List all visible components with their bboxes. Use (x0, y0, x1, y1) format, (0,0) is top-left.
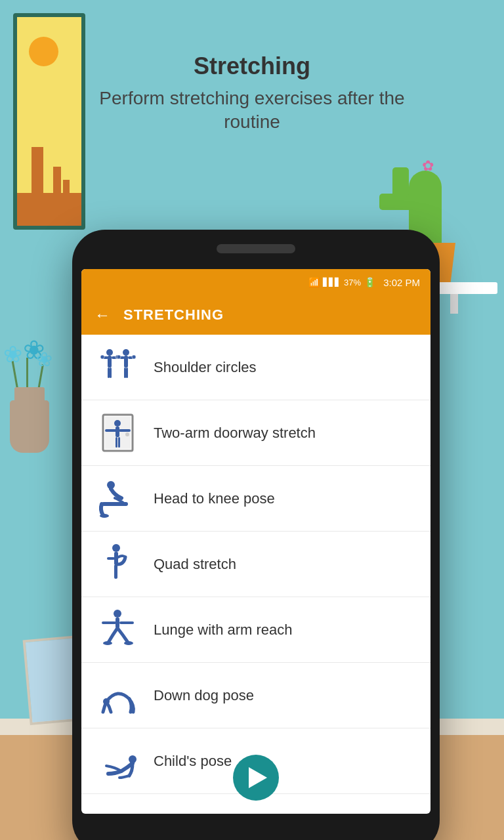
phone-body: 📶 ▋▋▋ 37% 🔋 3:02 PM ← STRETCHING (72, 230, 440, 840)
exercise-name: Head to knee pose (154, 490, 275, 507)
list-item[interactable]: Down dog pose (81, 663, 430, 728)
svg-point-28 (112, 544, 120, 552)
exercise-name: Shoulder circles (154, 359, 257, 376)
svg-point-27 (100, 514, 109, 518)
list-item[interactable]: Shoulder circles (81, 335, 430, 400)
status-time: 3:02 PM (383, 277, 420, 288)
svg-point-8 (123, 349, 129, 356)
battery-percent: 37% (344, 278, 361, 287)
exercise-icon-shoulder (94, 345, 140, 390)
svg-point-37 (124, 641, 133, 645)
exercise-name: Lunge with arm reach (154, 621, 293, 639)
app-screen-title: STRETCHING (123, 306, 224, 324)
exercise-icon-downdog (94, 673, 140, 719)
phone-speaker (217, 244, 295, 253)
svg-rect-34 (102, 621, 116, 624)
status-bar: 📶 ▋▋▋ 37% 🔋 3:02 PM (81, 269, 430, 295)
svg-rect-13 (126, 368, 128, 378)
list-item[interactable]: Two-arm doorway stretch (81, 400, 430, 466)
status-icons: 📶 ▋▋▋ 37% 🔋 (308, 277, 375, 287)
exercise-icon-quad (94, 541, 140, 587)
svg-point-32 (114, 610, 121, 618)
exercise-name: Quad stretch (154, 556, 236, 573)
phone-mockup: 📶 ▋▋▋ 37% 🔋 3:02 PM ← STRETCHING (72, 230, 440, 840)
list-item[interactable]: Quad stretch (81, 532, 430, 597)
svg-rect-30 (114, 564, 117, 579)
app-header: ← STRETCHING (81, 295, 430, 335)
back-button[interactable]: ← (94, 306, 110, 324)
exercise-list: Shoulder circles (81, 335, 430, 794)
svg-rect-21 (119, 429, 131, 432)
svg-rect-4 (108, 368, 110, 378)
svg-point-6 (100, 355, 104, 359)
header-section: Stretching Perform stretching exercises … (85, 52, 419, 135)
exercise-name: Child's pose (154, 753, 232, 770)
wifi-icon: 📶 (308, 277, 320, 287)
page-subtitle: Perform stretching exercises after the r… (85, 87, 419, 135)
wall-frame (13, 13, 85, 230)
svg-point-15 (132, 355, 136, 359)
svg-rect-20 (105, 429, 117, 432)
exercise-name: Down dog pose (154, 687, 254, 704)
exercise-icon-doorway (94, 410, 140, 456)
page-title: Stretching (85, 52, 419, 80)
phone-screen: 📶 ▋▋▋ 37% 🔋 3:02 PM ← STRETCHING (81, 269, 430, 814)
exercise-icon-lunge (94, 607, 140, 653)
svg-point-18 (114, 420, 121, 427)
play-button[interactable] (233, 755, 279, 801)
svg-point-36 (103, 641, 112, 645)
battery-icon: 🔋 (364, 277, 375, 287)
svg-rect-19 (116, 427, 119, 437)
svg-point-24 (125, 432, 129, 436)
svg-point-0 (106, 349, 113, 356)
svg-rect-22 (116, 437, 117, 448)
svg-rect-35 (119, 621, 134, 624)
exercise-icon-childs-pose (94, 738, 140, 784)
svg-rect-31 (107, 557, 115, 560)
svg-rect-12 (124, 368, 126, 378)
list-item[interactable]: Lunge with arm reach (81, 597, 430, 663)
exercise-name: Two-arm doorway stretch (154, 425, 316, 442)
svg-rect-23 (118, 437, 120, 448)
svg-rect-5 (110, 368, 112, 378)
signal-icon: ▋▋▋ (323, 278, 341, 287)
svg-point-14 (117, 355, 121, 359)
list-item[interactable]: Head to knee pose (81, 466, 430, 532)
exercise-icon-head-knee (94, 476, 140, 522)
